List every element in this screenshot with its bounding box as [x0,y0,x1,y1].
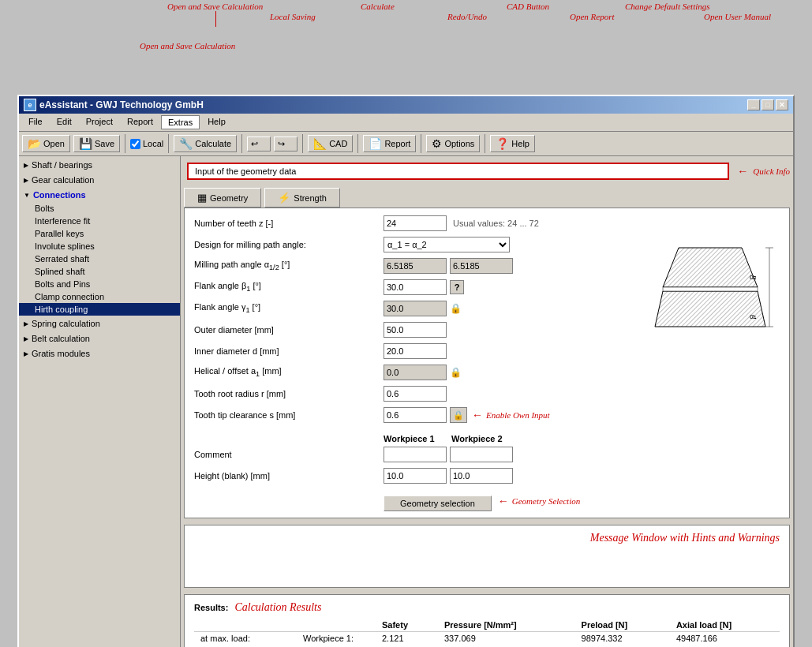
results-col-header-safety: Safety [376,619,438,632]
ann-report: Open Report [570,12,615,21]
report-icon: 📄 [369,137,382,150]
result-preload-0: 98974.332 [575,632,670,645]
undo-icon: ↩ [251,139,258,149]
comment-input2[interactable] [450,447,513,462]
menu-project[interactable]: Project [80,115,119,129]
annotation-open-save: Open and Save Calculation [140,41,235,50]
results-col-header-preload: Preload [N] [575,619,670,632]
maximize-button[interactable]: □ [761,99,774,110]
menu-extras[interactable]: Extras [161,115,200,129]
triangle-gratis: ▶ [24,350,28,357]
sidebar-item-hirth[interactable]: Hirth coupling [19,303,180,316]
wp2-header: Workpiece 2 [451,434,519,443]
milling-angle-input2 [450,258,513,274]
window-title: eAssistant - GWJ Technology GmbH [39,99,204,110]
sidebar-item-gear[interactable]: ▶ Gear calculation [19,173,180,187]
sep7 [485,134,485,153]
flank-beta-label: Flank angle β1 [°] [194,281,384,293]
results-col-header-axial: Axial load [N] [670,619,780,632]
result-label-0: at max. load: [194,632,297,645]
teeth-input[interactable] [384,215,447,231]
enable-input-arrow: ← [472,409,483,421]
teeth-note: Usual values: 24 ... 72 [453,219,539,228]
milling-design-select[interactable]: α_1 = α_2 [384,237,510,252]
local-checkbox-label[interactable]: Local [130,139,163,149]
sidebar-item-serrated-shaft[interactable]: Serrated shaft [19,252,180,265]
tab-strength[interactable]: ⚡ Strength [264,188,340,208]
quick-info-arrow: ← [737,165,748,178]
options-icon: ⚙ [432,137,442,150]
sidebar-item-bolts[interactable]: Bolts [19,202,180,215]
help-button[interactable]: ❓ Help [490,135,535,152]
calculate-button[interactable]: 🔧 Calculate [174,135,237,152]
question-button[interactable]: ? [450,280,464,294]
ann-redo-undo: Redo/Undo [447,12,487,21]
cad-label: CAD [329,139,347,148]
sidebar-item-bolts-pins[interactable]: Bolts and Pins [19,278,180,290]
gear-diagram-svg: α₂ α₁ [647,240,773,342]
svg-rect-3 [663,287,758,291]
calculate-label: Calculate [195,139,231,148]
sidebar-connections-header[interactable]: ▼ Connections [19,188,180,202]
report-button[interactable]: 📄 Report [363,135,416,152]
gear-label: Gear calculation [32,175,95,185]
cad-button[interactable]: 📐 CAD [308,135,353,152]
height-input1[interactable] [384,468,447,484]
shaft-label: Shaft / bearings [32,160,92,170]
comment-input1[interactable] [384,447,447,462]
open-button[interactable]: 📂 Open [22,135,70,152]
spacer1 [194,428,780,434]
geometry-selection-button[interactable]: Geometry selection [384,496,492,511]
sep3 [241,134,242,153]
close-button[interactable]: ✕ [776,99,788,110]
local-label: Local [143,139,163,148]
ann-calculate: Calculate [361,2,395,11]
sidebar-item-spring[interactable]: ▶ Spring calculation [19,316,180,331]
redo-button[interactable]: ↪ [274,137,297,151]
save-button[interactable]: 💾 Save [73,135,120,152]
sidebar-item-clamp[interactable]: Clamp connection [19,290,180,303]
menu-report[interactable]: Report [121,115,159,129]
cad-icon: 📐 [313,137,327,150]
geometry-selection-annotation: Geometry Selection [512,496,580,506]
message-window: Message Window with Hints and Warnings [184,525,790,588]
gratis-label: Gratis modules [32,349,90,358]
sidebar-item-gratis[interactable]: ▶ Gratis modules [19,346,180,361]
sidebar-item-belt[interactable]: ▶ Belt calculation [19,331,180,346]
tip-clearance-input[interactable] [384,407,447,423]
root-radius-input[interactable] [384,386,447,402]
sidebar-item-involute-splines[interactable]: Involute splines [19,240,180,252]
sidebar-item-interference[interactable]: Interference fit [19,215,180,227]
menu-help[interactable]: Help [201,115,232,129]
height-input2[interactable] [450,468,513,484]
helical-label: Helical / offset a1 [mm] [194,366,384,378]
sidebar-item-parallel-keys[interactable]: Parallel keys [19,227,180,240]
outer-diam-input[interactable] [384,322,447,338]
menu-file[interactable]: File [22,115,49,129]
geometry-tab-icon: ▦ [197,192,207,204]
sidebar-group-gratis: ▶ Gratis modules [19,346,180,361]
sidebar-group-belt: ▶ Belt calculation [19,331,180,346]
results-table: Safety Pressure [N/mm²] Preload [N] Axia… [194,619,780,647]
tab-geometry[interactable]: ▦ Geometry [184,188,261,208]
sidebar-item-splined-shaft[interactable]: Splined shaft [19,265,180,278]
enable-input-button[interactable]: 🔒 [450,407,467,423]
app-icon: e [24,99,36,111]
menu-edit[interactable]: Edit [51,115,78,129]
geometry-selection-arrow: ← [498,495,509,507]
minimize-button[interactable]: _ [747,99,760,110]
sidebar-group-gear: ▶ Gear calculation [19,173,180,187]
triangle-spring: ▶ [24,320,28,327]
options-button[interactable]: ⚙ Options [426,135,480,152]
results-area: Results: Calculation Results Safety Pres… [184,594,790,647]
flank-beta-input[interactable] [384,279,447,295]
triangle-shaft: ▶ [24,162,28,169]
redo-icon: ↪ [278,139,285,149]
local-checkbox[interactable] [130,139,140,149]
result-sublabel-0: Workpiece 1: [297,632,376,645]
sidebar-item-shaft[interactable]: ▶ Shaft / bearings [19,158,180,172]
undo-button[interactable]: ↩ [247,137,271,151]
ann-cad: CAD Button [507,2,549,11]
toolbar: 📂 Open 💾 Save Local 🔧 Calculate [19,132,793,156]
inner-diam-input[interactable] [384,343,447,359]
